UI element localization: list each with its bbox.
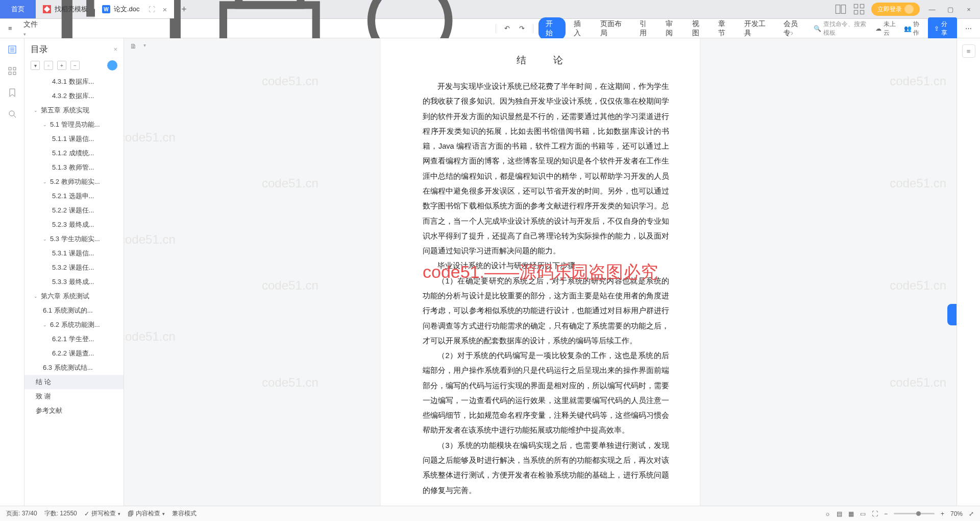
find-icon[interactable] xyxy=(7,109,17,119)
spellcheck-button[interactable]: ✓拼写检查▾ xyxy=(84,509,120,518)
page-indicator[interactable]: 页面: 37/40 xyxy=(6,509,37,518)
document-page[interactable]: 结 论 开发与实现毕业设计系统已经花费了半年时间，在这期间，作为学生的我收获了很… xyxy=(381,38,700,506)
document-area: 🗎 ▾ code51.cn code51.cn code51.cn code51… xyxy=(124,38,957,506)
cast-icon[interactable]: ⛶ xyxy=(149,6,155,13)
file-menu[interactable]: 文件 ▾ xyxy=(18,18,46,39)
outline-item[interactable]: 5.2.3 最终成... xyxy=(24,218,124,232)
svg-rect-9 xyxy=(238,0,300,5)
menu-chapter[interactable]: 章节 xyxy=(713,17,736,40)
toggle-pane-icon[interactable]: ≡ xyxy=(962,44,975,58)
zoom-out-button[interactable]: − xyxy=(884,510,888,517)
outline-item[interactable]: 5.2.1 选题申... xyxy=(24,189,124,203)
login-button[interactable]: 立即登录 xyxy=(871,3,920,16)
outline-icon[interactable] xyxy=(7,44,17,55)
tab-label: 找稻壳模板 xyxy=(55,5,88,14)
tab-templates[interactable]: 找稻壳模板 xyxy=(36,0,95,18)
bookmark-icon[interactable] xyxy=(7,87,17,98)
outline-item[interactable]: 5.2.2 课题任... xyxy=(24,203,124,218)
menu-insert[interactable]: 插入 xyxy=(569,17,592,40)
docer-icon xyxy=(43,5,51,13)
more-icon[interactable]: ⋯ xyxy=(962,22,975,34)
collapse-all-icon[interactable]: ▾ xyxy=(31,61,40,70)
outline-item-label: 结 论 xyxy=(36,377,51,387)
outline-item[interactable]: 5.1.2 成绩统... xyxy=(24,146,124,160)
outline-item-label: 5.2.2 课题任... xyxy=(52,206,94,215)
command-search[interactable]: 🔍查找命令、搜索模板 xyxy=(814,20,870,37)
maximize-icon[interactable]: ▢ xyxy=(944,3,957,15)
minimize-icon[interactable]: — xyxy=(926,3,938,15)
left-rail xyxy=(0,38,24,506)
view-web-icon[interactable]: ▦ xyxy=(848,510,854,517)
grid-icon[interactable] xyxy=(7,66,17,76)
svg-rect-0 xyxy=(836,5,840,14)
word-icon: W xyxy=(102,5,110,13)
hamburger-icon[interactable]: ≡ xyxy=(5,22,15,34)
window-close-icon[interactable]: × xyxy=(963,3,975,15)
zoom-value[interactable]: 70% xyxy=(950,510,963,517)
menu-references[interactable]: 引用 xyxy=(634,17,657,40)
outline-item-label: 5.3.3 最终成... xyxy=(52,277,94,287)
share-button[interactable]: ⇪分享 xyxy=(928,17,957,40)
remove-icon[interactable]: − xyxy=(70,61,80,70)
tab-document[interactable]: W 论文.doc ⛶ × xyxy=(95,0,174,18)
doc-body: 开发与实现毕业设计系统已经花费了半年时间，在这期间，作为学生的我收获了很多知识。… xyxy=(423,79,669,498)
dropdown-icon[interactable]: ▾ xyxy=(143,42,154,53)
outline-item-label: 第五章 系统实现 xyxy=(41,106,89,115)
add-icon[interactable]: + xyxy=(57,61,66,70)
outline-item[interactable]: 6.2.2 课题查... xyxy=(24,346,124,361)
cloud-status[interactable]: ☁未上云 xyxy=(875,20,899,37)
zoom-in-button[interactable]: + xyxy=(941,510,944,517)
content-check-button[interactable]: 🗐内容检查▾ xyxy=(128,509,165,518)
outline-item[interactable]: 4.3.1 数据库... xyxy=(24,75,124,89)
word-count[interactable]: 字数: 12550 xyxy=(44,509,77,518)
outline-item[interactable]: 6.3 系统测试结... xyxy=(24,361,124,375)
outline-item[interactable]: 5.3.3 最终成... xyxy=(24,275,124,289)
close-icon[interactable]: × xyxy=(163,5,167,14)
outline-item[interactable]: ⌄5.2 教师功能实... xyxy=(24,175,124,189)
compat-mode[interactable]: 兼容模式 xyxy=(172,509,197,518)
panel-close-icon[interactable]: × xyxy=(113,45,117,53)
feedback-tab[interactable] xyxy=(947,304,957,325)
collab-button[interactable]: 👥协作 xyxy=(904,20,923,37)
tab-home[interactable]: 首页 xyxy=(0,0,36,18)
redo-icon[interactable]: ↷ xyxy=(516,22,528,34)
outline-item[interactable]: 6.2.1 学生登... xyxy=(24,332,124,346)
outline-item[interactable]: 6.1 系统测试的... xyxy=(24,303,124,318)
outline-item[interactable]: ⌄6.2 系统功能测... xyxy=(24,318,124,332)
zoom-slider[interactable] xyxy=(894,513,935,514)
menu-member[interactable]: 会员专› xyxy=(778,17,810,40)
outline-item[interactable]: 参考文献 xyxy=(24,404,124,418)
chat-icon[interactable] xyxy=(107,60,117,70)
menu-pagelayout[interactable]: 页面布局 xyxy=(595,17,631,40)
outline-list[interactable]: 4.3.1 数据库...4.3.2 数据库...⌄第五章 系统实现⌄5.1 管理… xyxy=(24,75,124,506)
outline-item[interactable]: ⌄第五章 系统实现 xyxy=(24,103,124,117)
view-page-icon[interactable]: ▤ xyxy=(837,510,842,517)
outline-item[interactable]: 5.3.2 课题任... xyxy=(24,260,124,275)
outline-item[interactable]: 结 论 xyxy=(24,375,124,389)
view-read-icon[interactable]: ▭ xyxy=(860,510,866,517)
outline-item-label: 6.2.1 学生登... xyxy=(52,335,94,344)
expand-icon[interactable]: ▫ xyxy=(44,61,53,70)
menu-review[interactable]: 审阅 xyxy=(660,17,683,40)
doc-paragraph: （3）系统的功能模块在编码实现之后，也需要单独进行测试，发现问题之后能够及时进行… xyxy=(423,438,669,498)
ribbon-toolbar: ≡ 文件 ▾ ↶ ↷ 开始 插入 页面布局 引用 审阅 视图 章节 开发工具 会… xyxy=(0,19,980,38)
doc-paragraph: （1）在确定要研究的系统之后，对于系统的研究内容也就是系统的功能的分析与设计是比… xyxy=(423,274,669,348)
menu-view[interactable]: 视图 xyxy=(687,17,710,40)
zoom-fit-icon[interactable]: ⛶ xyxy=(872,510,878,517)
outline-item[interactable]: ⌄第六章 系统测试 xyxy=(24,289,124,303)
layout-icon[interactable] xyxy=(835,3,847,15)
outline-item[interactable]: 4.3.2 数据库... xyxy=(24,89,124,103)
outline-item[interactable]: 5.1.3 教师管... xyxy=(24,160,124,175)
menu-devtools[interactable]: 开发工具 xyxy=(739,17,775,40)
outline-item[interactable]: 致 谢 xyxy=(24,389,124,404)
apps-icon[interactable] xyxy=(853,3,865,15)
menu-start[interactable]: 开始 xyxy=(538,17,566,40)
outline-item[interactable]: 5.1.1 课题信... xyxy=(24,132,124,146)
fullscreen-icon[interactable]: ⤢ xyxy=(969,510,974,517)
outline-item[interactable]: ⌄5.1 管理员功能... xyxy=(24,117,124,132)
brightness-icon[interactable]: ☼ xyxy=(825,510,830,517)
outline-item[interactable]: ⌄5.3 学生功能实... xyxy=(24,232,124,246)
outline-item[interactable]: 5.3.1 课题信... xyxy=(24,246,124,260)
page-icon[interactable]: 🗎 xyxy=(130,42,140,53)
undo-icon[interactable]: ↶ xyxy=(501,22,513,34)
